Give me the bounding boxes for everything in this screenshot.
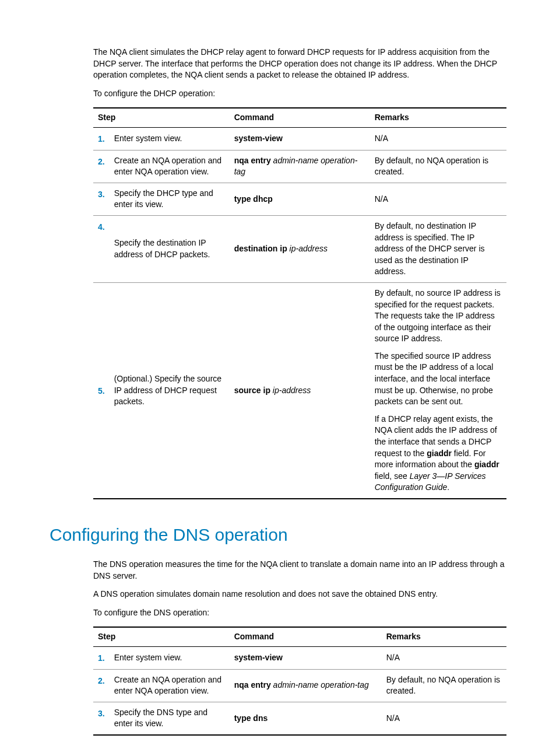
step-action: Specify the destination IP address of DH… [110,215,230,282]
table-row: 1. Enter system view. system-view N/A [93,127,506,150]
step-number: 2. [93,669,110,702]
step-number: 4. [93,215,110,282]
step-remarks: By default, no destination IP address is… [370,215,506,282]
table-row: 3. Specify the DHCP type and enter its v… [93,183,506,215]
remarks-paragraph: The specified source IP address must be … [375,351,502,408]
step-action: Create an NQA operation and enter NQA op… [110,669,230,702]
step-action: Enter system view. [110,127,230,150]
heading-dns-operation: Configuring the DNS operation [50,523,506,547]
step-number: 3. [93,702,110,735]
table-header-command: Command [230,108,370,127]
step-action: Enter system view. [110,646,230,669]
table-row: 4. Specify the destination IP address of… [93,215,506,282]
dhcp-steps-table: Step Command Remarks 1. Enter system vie… [93,107,506,499]
table-header-step: Step [93,108,230,127]
step-number: 3. [93,183,110,215]
table-header-command: Command [230,627,382,646]
step-command: type dns [230,702,382,735]
step-command: source ip ip-address [230,282,370,499]
step-remarks: By default, no NQA operation is created. [370,150,506,183]
step-command: nqa entry admin-name operation-tag [230,150,370,183]
config-prompt-dhcp: To configure the DHCP operation: [50,88,506,100]
table-row: 2. Create an NQA operation and enter NQA… [93,669,506,702]
step-number: 2. [93,150,110,183]
step-action: Specify the DNS type and enter its view. [110,702,230,735]
table-row: 1. Enter system view. system-view N/A [93,646,506,669]
step-command: system-view [230,646,382,669]
step-remarks: By default, no source IP address is spec… [370,282,506,499]
step-number: 5. [93,282,110,499]
step-action: Create an NQA operation and enter NQA op… [110,150,230,183]
step-remarks: N/A [370,183,506,215]
intro-paragraph-dhcp: The NQA client simulates the DHCP relay … [50,47,506,81]
table-row: 5. (Optional.) Specify the source IP add… [93,282,506,499]
table-row: 2. Create an NQA operation and enter NQA… [93,150,506,183]
step-action: Specify the DHCP type and enter its view… [110,183,230,215]
step-number: 1. [93,646,110,669]
step-command: nqa entry admin-name operation-tag [230,669,382,702]
config-prompt-dns: To configure the DNS operation: [50,607,506,619]
step-command: type dhcp [230,183,370,215]
step-command: destination ip ip-address [230,215,370,282]
table-header-remarks: Remarks [382,627,506,646]
table-header-remarks: Remarks [370,108,506,127]
step-remarks: N/A [382,702,506,735]
step-command: system-view [230,127,370,150]
intro-paragraph-dns-2: A DNS operation simulates domain name re… [50,589,506,600]
step-number: 1. [93,127,110,150]
remarks-paragraph: If a DHCP relay agent exists, the NQA cl… [375,414,502,494]
step-remarks: By default, no NQA operation is created. [382,669,506,702]
dns-steps-table: Step Command Remarks 1. Enter system vie… [93,626,506,736]
table-header-step: Step [93,627,230,646]
table-row: 3. Specify the DNS type and enter its vi… [93,702,506,735]
intro-paragraph-dns-1: The DNS operation measures the time for … [50,559,506,582]
step-remarks: N/A [382,646,506,669]
step-remarks: N/A [370,127,506,150]
step-action: (Optional.) Specify the source IP addres… [110,282,230,499]
remarks-paragraph: By default, no source IP address is spec… [375,288,502,345]
